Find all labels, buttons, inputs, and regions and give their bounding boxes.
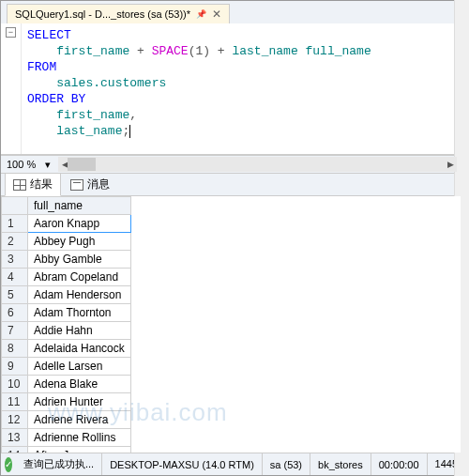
table-row[interactable]: 9Adelle Larsen — [2, 358, 131, 376]
table-row[interactable]: 14Afton Juarez — [2, 447, 131, 453]
table-row[interactable]: 12Adriene Rivera — [2, 411, 131, 429]
table-row[interactable]: 7Addie Hahn — [2, 322, 131, 340]
results-grid: full_name 1Aaron Knapp2Abbey Pugh3Abby G… — [1, 196, 131, 453]
status-user: sa (53) — [263, 453, 310, 475]
messages-icon — [70, 179, 83, 191]
cell-full-name[interactable]: Aaron Knapp — [28, 215, 131, 233]
table-row[interactable]: 11Adrien Hunter — [2, 393, 131, 411]
row-header[interactable]: 5 — [2, 286, 28, 304]
row-header[interactable]: 6 — [2, 304, 28, 322]
row-header[interactable]: 2 — [2, 233, 28, 251]
cell-full-name[interactable]: Addie Hahn — [28, 322, 131, 340]
chevron-down-icon[interactable]: ▾ — [41, 159, 54, 171]
scroll-right-icon[interactable]: ▶ — [444, 160, 457, 169]
close-icon[interactable]: ✕ — [212, 8, 221, 21]
row-header[interactable]: 4 — [2, 269, 28, 286]
results-tab-bar: 结果 消息 — [1, 174, 461, 196]
pin-icon[interactable]: 📌 — [196, 9, 206, 19]
row-header[interactable]: 7 — [2, 322, 28, 340]
cell-full-name[interactable]: Adena Blake — [28, 376, 131, 393]
table-row[interactable]: 1Aaron Knapp — [2, 215, 131, 233]
cell-full-name[interactable]: Adriene Rivera — [28, 411, 131, 429]
code-gutter: − — [1, 23, 22, 154]
row-header[interactable]: 12 — [2, 411, 28, 429]
row-header[interactable]: 11 — [2, 393, 28, 411]
editor-hscrollbar[interactable]: ◀ ▶ — [58, 157, 457, 172]
tab-messages[interactable]: 消息 — [63, 174, 117, 195]
row-header[interactable]: 8 — [2, 340, 28, 358]
row-header[interactable]: 9 — [2, 358, 28, 376]
status-db: bk_stores — [310, 453, 371, 475]
status-ok-icon: ✓ — [5, 457, 12, 472]
cell-full-name[interactable]: Abby Gamble — [28, 251, 131, 269]
table-row[interactable]: 13Adrienne Rollins — [2, 429, 131, 447]
cell-full-name[interactable]: Adelle Larsen — [28, 358, 131, 376]
column-header[interactable]: full_name — [28, 197, 131, 215]
status-bar: ✓ 查询已成功执... DESKTOP-MAXSU (14.0 RTM) sa … — [1, 453, 461, 475]
status-exec: 查询已成功执... — [16, 453, 102, 475]
row-header[interactable]: 1 — [2, 215, 28, 233]
cell-full-name[interactable]: Adrien Hunter — [28, 393, 131, 411]
tab-results[interactable]: 结果 — [5, 173, 61, 196]
cell-full-name[interactable]: Adam Thornton — [28, 304, 131, 322]
table-row[interactable]: 6Adam Thornton — [2, 304, 131, 322]
cell-full-name[interactable]: Adelaida Hancock — [28, 340, 131, 358]
table-row[interactable]: 10Adena Blake — [2, 376, 131, 393]
document-tab-bar: SQLQuery1.sql - D..._stores (sa (53))* 📌… — [1, 1, 468, 23]
document-tab[interactable]: SQLQuery1.sql - D..._stores (sa (53))* 📌… — [7, 4, 230, 23]
zoom-toolbar: 100 % ▾ ◀ ▶ — [1, 155, 461, 174]
code-area[interactable]: SELECT first_name + SPACE(1) + last_name… — [22, 23, 461, 154]
table-row[interactable]: 2Abbey Pugh — [2, 233, 131, 251]
status-server: DESKTOP-MAXSU (14.0 RTM) — [102, 453, 263, 475]
text-cursor — [129, 125, 130, 138]
grid-icon — [13, 179, 26, 191]
row-header[interactable]: 3 — [2, 251, 28, 269]
row-header[interactable]: 10 — [2, 376, 28, 393]
collapse-icon[interactable]: − — [6, 27, 16, 38]
cell-full-name[interactable]: Afton Juarez — [28, 447, 131, 453]
table-row[interactable]: 3Abby Gamble — [2, 251, 131, 269]
cell-full-name[interactable]: Adam Henderson — [28, 286, 131, 304]
cell-full-name[interactable]: Adrienne Rollins — [28, 429, 131, 447]
tab-title: SQLQuery1.sql - D..._stores (sa (53))* — [15, 8, 190, 20]
scroll-thumb[interactable] — [68, 158, 96, 171]
row-header[interactable]: 14 — [2, 447, 28, 453]
table-row[interactable]: 5Adam Henderson — [2, 286, 131, 304]
cell-full-name[interactable]: Abbey Pugh — [28, 233, 131, 251]
table-row[interactable]: 8Adelaida Hancock — [2, 340, 131, 358]
results-grid-container[interactable]: full_name 1Aaron Knapp2Abbey Pugh3Abby G… — [1, 196, 461, 453]
sql-editor[interactable]: − SELECT first_name + SPACE(1) + last_na… — [1, 23, 461, 155]
zoom-level[interactable]: 100 % — [1, 159, 41, 170]
status-time: 00:00:00 — [371, 453, 428, 475]
table-row[interactable]: 4Abram Copeland — [2, 269, 131, 286]
cell-full-name[interactable]: Abram Copeland — [28, 269, 131, 286]
row-header[interactable]: 13 — [2, 429, 28, 447]
corner-header[interactable] — [2, 197, 28, 215]
